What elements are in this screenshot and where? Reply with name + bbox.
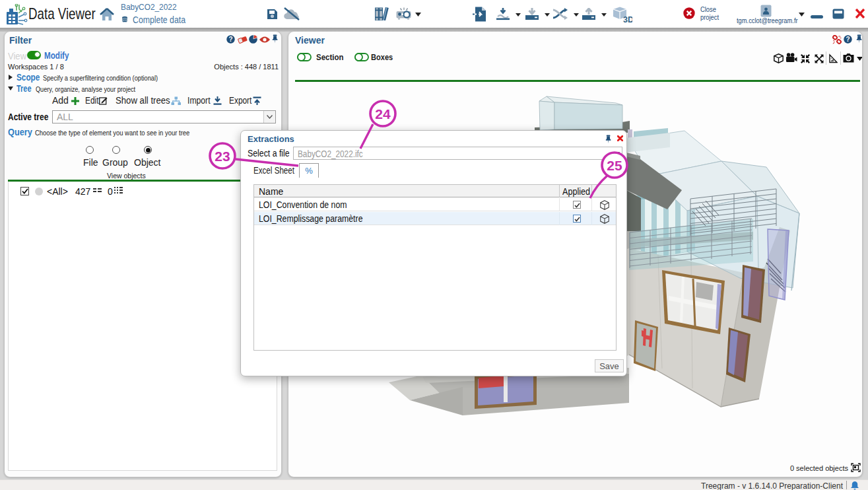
svg-text:?: ? — [228, 36, 232, 43]
svg-text:3D: 3D — [623, 15, 632, 24]
